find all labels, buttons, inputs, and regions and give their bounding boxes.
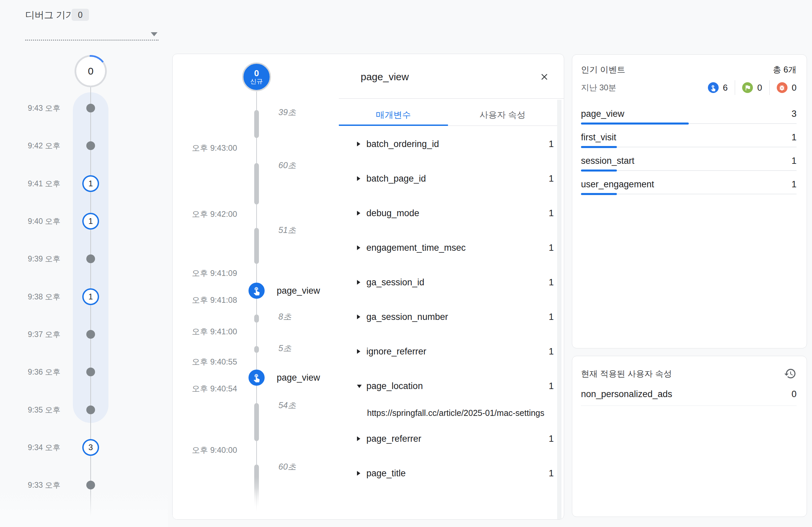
minute-event-count-marker[interactable]: 1 [82, 288, 99, 305]
parameter-name[interactable]: batch_page_id [366, 173, 426, 185]
minute-time-label: 9:33 오후 [10, 480, 60, 491]
top-event-text[interactable]: user_engagement1 [581, 178, 797, 190]
top-event-bar-fill [581, 170, 617, 172]
minute-dot-marker[interactable] [86, 481, 95, 489]
top-event-bar-fill [581, 193, 617, 195]
expand-arrow-icon[interactable] [357, 142, 360, 146]
top-event-row: page_view3 [581, 108, 797, 124]
top-event-bar-fill [581, 122, 689, 125]
top-event-bar [581, 122, 797, 124]
expand-arrow-icon[interactable] [357, 211, 360, 216]
minute-dot-marker[interactable] [86, 406, 95, 414]
minute-dot-marker[interactable] [86, 254, 95, 263]
tab-user-properties[interactable]: 사용자 속성 [448, 105, 557, 125]
top-event-bar-fill [581, 146, 617, 148]
minute-time-label: 9:43 오후 [10, 103, 60, 114]
minute-event-count-marker[interactable]: 3 [82, 439, 99, 456]
stream-gap-duration: 5초 [278, 342, 291, 354]
expand-arrow-icon[interactable] [357, 245, 360, 250]
parameter-name[interactable]: engagement_time_msec [366, 242, 466, 254]
user-property-value: 0 [792, 389, 797, 399]
minute-time-label: 9:34 오후 [10, 442, 60, 453]
parameter-name[interactable]: debug_mode [366, 207, 419, 219]
minute-event-count-marker[interactable]: 1 [82, 213, 99, 230]
parameter-value: 1 [487, 433, 554, 445]
minute-dot-marker[interactable] [86, 518, 95, 527]
parameter-value: 1 [487, 242, 554, 254]
stream-timestamp: 오후 9:40:55 [173, 356, 237, 367]
stream-timestamp: 오후 9:41:09 [173, 268, 237, 279]
expand-arrow-icon[interactable] [357, 314, 360, 319]
minute-dot-marker[interactable] [86, 104, 95, 113]
stream-gap-duration: 51초 [278, 224, 296, 236]
parameter-name[interactable]: batch_ordering_id [366, 138, 439, 150]
debug-device-count-badge: 0 [72, 9, 89, 21]
new-events-count: 0 [254, 69, 259, 78]
debug-device-title: 디버그 기기 [25, 9, 75, 21]
top-event-row: session_start1 [581, 155, 797, 171]
flag-icon [742, 82, 753, 93]
minute-dot-marker[interactable] [86, 141, 95, 150]
touch-icon[interactable] [248, 369, 265, 386]
history-icon[interactable] [784, 367, 797, 380]
chevron-down-icon[interactable] [151, 32, 158, 36]
parameter-expanded-value: https://springfall.cc/article/2025-01/ma… [367, 407, 556, 419]
parameter-name[interactable]: ignore_referrer [366, 346, 426, 357]
detail-scrollbar[interactable] [557, 100, 562, 519]
minute-event-count-marker[interactable]: 1 [82, 175, 99, 192]
stream-gap-segment [254, 228, 259, 264]
expand-arrow-icon[interactable] [357, 176, 360, 181]
stream-gap-segment [254, 403, 259, 441]
expand-arrow-icon[interactable] [357, 436, 360, 441]
minute-dot-marker[interactable] [86, 368, 95, 376]
stream-gap-duration: 54초 [278, 399, 296, 411]
user-property-row[interactable]: non_personalized_ads0 [581, 389, 797, 406]
stream-timestamp: 오후 9:41:00 [173, 326, 237, 337]
top-event-name[interactable]: session_start [581, 155, 634, 167]
parameter-name[interactable]: ga_session_number [366, 311, 448, 323]
top-event-text[interactable]: first_visit1 [581, 131, 797, 143]
device-select-dropdown[interactable] [25, 20, 159, 41]
new-events-badge: 0 신규 [242, 62, 271, 91]
top-event-name[interactable]: page_view [581, 108, 624, 120]
tab-parameters[interactable]: 매개변수 [339, 105, 448, 125]
expand-arrow-icon[interactable] [357, 280, 360, 284]
event-stream-card: 0 신규 39초오후 9:43:0060초오후 9:42:0051초오후 9:4… [172, 54, 564, 519]
parameter-value: 1 [487, 138, 554, 150]
top-event-name[interactable]: user_engagement [581, 178, 654, 190]
parameter-value: 1 [487, 173, 554, 185]
collapse-arrow-icon[interactable] [357, 385, 362, 388]
close-icon[interactable] [539, 71, 550, 83]
user-properties-card: 현재 적용된 사용자 속성 non_personalized_ads0 [572, 356, 807, 517]
stream-gap-duration: 39초 [278, 106, 296, 118]
touch-icon[interactable] [248, 283, 265, 299]
top-event-text[interactable]: page_view3 [581, 108, 797, 120]
counter-value: 0 [757, 83, 762, 93]
expand-arrow-icon[interactable] [357, 471, 360, 475]
stream-timestamp: 오후 9:43:00 [173, 143, 237, 153]
stream-gap-segment [254, 346, 259, 353]
stream-gap-segment [254, 110, 259, 138]
new-events-label: 신규 [250, 78, 263, 85]
top-event-count: 1 [792, 155, 797, 167]
minute-time-label: 9:37 오후 [10, 329, 60, 340]
user-properties-title: 현재 적용된 사용자 속성 [581, 368, 672, 379]
top-event-bar [581, 193, 797, 195]
parameter-value: 1 [487, 346, 554, 357]
minute-dot-marker[interactable] [86, 330, 95, 339]
stream-gap-segment [254, 163, 259, 204]
top-event-name[interactable]: first_visit [581, 131, 616, 143]
top-event-text[interactable]: session_start1 [581, 155, 797, 167]
expand-arrow-icon[interactable] [357, 349, 360, 354]
top-event-count: 1 [792, 178, 797, 190]
parameter-name[interactable]: page_title [366, 467, 406, 479]
stream-timestamp: 오후 9:40:54 [173, 383, 237, 394]
parameter-name[interactable]: page_location [366, 380, 423, 392]
parameter-name[interactable]: page_referrer [366, 433, 421, 445]
stream-event-name[interactable]: page_view [277, 284, 320, 297]
top-event-row: first_visit1 [581, 131, 797, 148]
stream-event-name[interactable]: page_view [277, 371, 320, 384]
stream-timestamp: 오후 9:42:00 [173, 209, 237, 220]
counter-value: 6 [723, 83, 728, 93]
parameter-name[interactable]: ga_session_id [366, 276, 424, 288]
